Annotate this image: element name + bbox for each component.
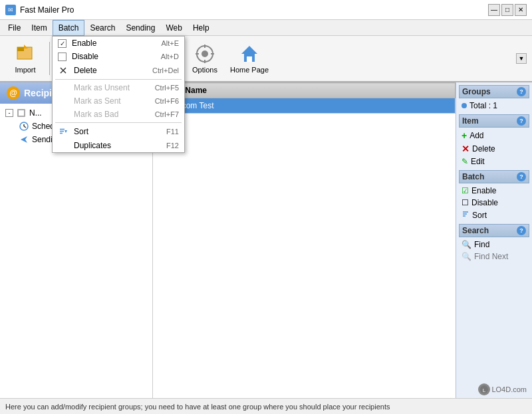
batch-help-icon[interactable]: ? <box>517 172 526 181</box>
toolbar-sep-1 <box>49 42 50 75</box>
minimize-button[interactable]: — <box>488 4 500 16</box>
edit-label: Edit <box>471 157 485 166</box>
batch-sort-icon <box>462 210 469 220</box>
dropdown-mark-sent[interactable]: Mark as Sent Ctrl+F6 <box>53 94 184 108</box>
add-label: Add <box>469 131 483 140</box>
item-title: Item <box>462 116 479 126</box>
find-next-label: Find Next <box>474 252 508 261</box>
watermark: L LO4D.com <box>478 383 527 395</box>
svg-rect-13 <box>211 53 214 54</box>
table-row[interactable]: LO4D.com Test <box>154 98 456 114</box>
status-text: Here you can add/modify recipient groups… <box>5 403 390 411</box>
tree-node-icon <box>16 108 27 118</box>
schedule-icon <box>19 121 29 132</box>
group-table: Group Name LO4D.com Test <box>153 82 456 114</box>
search-section: Search ? 🔍 Find 🔍 Find Next <box>459 224 529 262</box>
groups-header: Groups ? <box>459 85 529 98</box>
edit-button[interactable]: ✎ Edit <box>459 155 529 167</box>
duplicates-item-label: Duplicates <box>74 141 111 150</box>
app-icon: ✉ <box>5 5 16 15</box>
homepage-label: Home Page <box>230 66 269 74</box>
batch-sort-button[interactable]: Sort <box>459 209 529 221</box>
menu-help[interactable]: Help <box>188 20 215 36</box>
enable-shortcut: Alt+E <box>161 39 179 47</box>
svg-rect-17 <box>19 110 24 116</box>
options-label: Options <box>192 66 217 74</box>
batch-sort-label: Sort <box>472 211 487 220</box>
menu-search[interactable]: Search <box>84 20 120 36</box>
find-button[interactable]: 🔍 Find <box>459 239 529 251</box>
item-header: Item ? <box>459 114 529 128</box>
toolbar-dropdown[interactable]: ▼ <box>516 53 527 64</box>
delete-item-label: Delete <box>74 66 97 75</box>
batch-enable-button[interactable]: ☑ Enable <box>459 185 529 197</box>
import-button[interactable]: Import <box>5 39 45 78</box>
maximize-button[interactable]: □ <box>501 4 513 16</box>
menu-item[interactable]: Item <box>26 20 52 36</box>
status-bar: Here you can add/modify recipient groups… <box>0 398 532 414</box>
svg-rect-1 <box>17 47 24 51</box>
search-header: Search ? <box>459 224 529 237</box>
dropdown-delete[interactable]: Delete Ctrl+Del <box>53 63 184 78</box>
groups-help-icon[interactable]: ? <box>517 87 526 96</box>
delete-dropdown-icon <box>58 65 68 76</box>
mark-sent-shortcut: Ctrl+F6 <box>155 97 179 105</box>
dropdown-sort[interactable]: Sort F11 <box>53 124 184 139</box>
menu-web[interactable]: Web <box>160 20 187 36</box>
batch-disable-button[interactable]: ☐ Disable <box>459 197 529 209</box>
dropdown-disable[interactable]: Disable Alt+D <box>53 50 184 63</box>
homepage-button[interactable]: Home Page <box>226 39 273 78</box>
disable-shortcut: Alt+D <box>161 52 179 60</box>
dropdown-mark-bad[interactable]: Mark as Bad Ctrl+F7 <box>53 108 184 121</box>
dropdown-duplicates[interactable]: Duplicates F12 <box>53 139 184 152</box>
mark-bad-label: Mark as Bad <box>74 110 118 119</box>
window-controls: — □ ✕ <box>488 4 527 16</box>
search-help-icon[interactable]: ? <box>517 226 526 235</box>
watermark-icon: L <box>478 383 490 395</box>
enable-item-label: Enable <box>72 39 96 48</box>
batch-disable-icon: ☐ <box>462 198 469 207</box>
svg-rect-12 <box>196 53 199 54</box>
batch-dropdown-menu: Enable Alt+E Disable Alt+D Delete Ctrl+D… <box>52 36 185 153</box>
find-next-button[interactable]: 🔍 Find Next <box>459 251 529 262</box>
add-icon: + <box>462 130 467 141</box>
dropdown-mark-unsent[interactable]: Mark as Unsent Ctrl+F5 <box>53 81 184 94</box>
mark-sent-label: Mark as Sent <box>74 96 121 106</box>
import-label: Import <box>15 66 35 74</box>
mark-unsent-label: Mark as Unsent <box>74 83 130 92</box>
col-group-name: Group Name <box>154 83 456 98</box>
delete-shortcut: Ctrl+Del <box>152 66 179 74</box>
svg-rect-11 <box>204 60 205 63</box>
batch-section: Batch ? ☑ Enable ☐ Disable Sort <box>459 170 529 221</box>
separator-2 <box>55 122 182 123</box>
menu-sending[interactable]: Sending <box>120 20 160 36</box>
groups-title: Groups <box>462 87 491 96</box>
section-header-icon: @ <box>7 86 20 100</box>
disable-checkbox <box>58 52 66 61</box>
svg-line-20 <box>24 126 26 128</box>
options-button[interactable]: Options <box>185 39 225 78</box>
menu-batch[interactable]: Batch <box>53 20 85 36</box>
tree-expand-icon[interactable]: - <box>5 109 13 117</box>
delete-icon: ✕ <box>462 144 469 154</box>
menu-file[interactable]: File <box>3 20 26 36</box>
dropdown-enable[interactable]: Enable Alt+E <box>53 37 184 50</box>
batch-enable-label: Enable <box>471 186 496 195</box>
enable-checkbox <box>58 39 66 48</box>
homepage-icon <box>239 43 260 64</box>
total-dot <box>462 103 467 108</box>
separator-1 <box>55 79 182 80</box>
item-section: Item ? + Add ✕ Delete ✎ Edit <box>459 114 529 167</box>
item-help-icon[interactable]: ? <box>517 116 526 126</box>
svg-point-9 <box>201 51 208 57</box>
delete-button[interactable]: ✕ Delete <box>459 142 529 155</box>
delete-label: Delete <box>472 144 495 154</box>
add-button[interactable]: + Add <box>459 129 529 142</box>
disable-item-label: Disable <box>72 52 98 61</box>
mark-unsent-shortcut: Ctrl+F5 <box>155 84 179 92</box>
close-button[interactable]: ✕ <box>515 4 527 16</box>
find-next-icon: 🔍 <box>462 252 471 261</box>
svg-rect-15 <box>247 56 252 62</box>
search-title: Search <box>462 226 489 235</box>
sort-dropdown-icon <box>58 126 68 137</box>
